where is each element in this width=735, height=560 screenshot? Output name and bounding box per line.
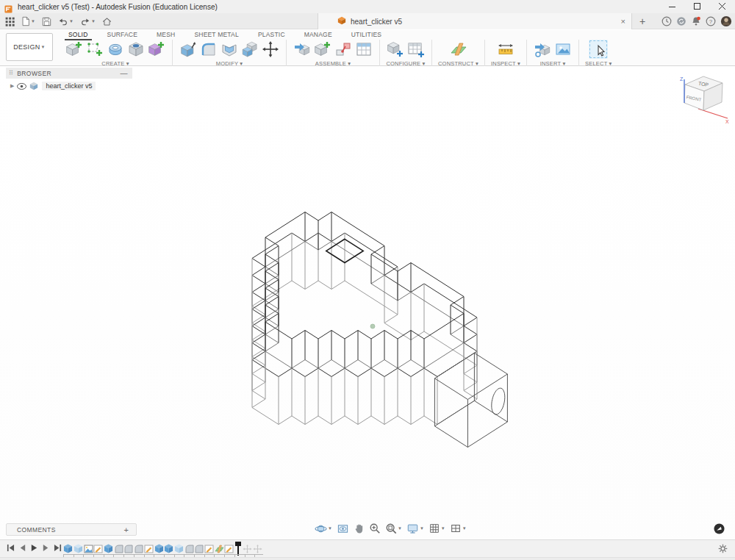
ribbon-tab-manage[interactable]: MANAGE (295, 30, 342, 40)
chevron-down-icon: ▼ (91, 19, 96, 24)
workspace-selector[interactable]: DESIGN ▼ (6, 33, 53, 61)
redo-icon[interactable]: ▼ (78, 15, 98, 28)
timeline-feature-sketch[interactable] (224, 542, 234, 555)
sync-status-icon[interactable] (676, 16, 686, 26)
maximize-button[interactable] (685, 0, 710, 13)
new-component-button[interactable] (65, 40, 84, 59)
joint-button[interactable] (334, 40, 353, 59)
minimize-button[interactable] (660, 0, 685, 13)
viewport-canvas[interactable]: ⠿ BROWSER — ▶ heart_clicker v5 TOP FRONT… (0, 66, 735, 560)
insert-component-button[interactable] (293, 40, 312, 59)
timeline-feature-fillet[interactable] (184, 542, 194, 555)
ribbon-group-insert: INSERT ▾ (527, 40, 579, 66)
job-status-icon[interactable] (662, 16, 672, 26)
ribbon-group-assemble: ASSEMBLE ▾ (287, 40, 380, 66)
timeline-feature-sketch[interactable] (93, 542, 104, 555)
document-tab[interactable]: heart_clicker v5 × (318, 13, 632, 29)
configuration-button[interactable] (386, 40, 405, 59)
ribbon-tab-surface[interactable]: SURFACE (98, 30, 148, 40)
assistant-icon[interactable] (714, 523, 725, 537)
bom-button[interactable] (354, 40, 373, 59)
timeline-feature-construction-plane[interactable] (214, 542, 224, 555)
canvas-button[interactable] (553, 40, 573, 59)
timeline-feature-canvas[interactable] (83, 542, 93, 555)
timeline-feature-extrude[interactable] (164, 542, 174, 555)
browser-header[interactable]: ⠿ BROWSER — (6, 68, 132, 79)
fillet-button[interactable] (199, 40, 218, 59)
browser-item-label[interactable]: heart_clicker v5 (42, 82, 96, 90)
visibility-eye-icon[interactable] (17, 83, 26, 90)
timeline-bar (0, 539, 735, 557)
ribbon-groups: CREATE ▾MODIFY ▾ASSEMBLE ▾CONFIGURE ▾CON… (59, 40, 618, 66)
new-component-button[interactable] (313, 40, 332, 59)
skip-to-end-button[interactable] (53, 543, 62, 553)
home-icon[interactable] (100, 15, 114, 28)
close-button[interactable] (710, 0, 735, 13)
view-cube[interactable]: TOP FRONT Z X (673, 72, 731, 132)
combine-button[interactable] (240, 40, 259, 59)
timeline-feature-fillet[interactable] (134, 542, 144, 555)
ribbon-tab-solid[interactable]: SOLID (59, 30, 98, 40)
move-button[interactable] (261, 40, 280, 59)
timeline-feature-sketch[interactable] (144, 542, 154, 555)
timeline-feature-extrude-light[interactable] (74, 542, 84, 555)
construction-plane-button[interactable] (449, 40, 468, 59)
skip-to-start-button[interactable] (6, 543, 15, 553)
pan-button[interactable] (352, 522, 366, 535)
timeline-feature-extrude[interactable] (154, 542, 164, 555)
display-settings-button[interactable]: ▼ (405, 522, 426, 535)
step-forward-button[interactable] (41, 543, 50, 553)
chevron-right-icon[interactable]: ▶ (10, 83, 14, 89)
timeline-feature-move-rolled-back[interactable] (243, 542, 253, 555)
comments-label: COMMENTS (17, 526, 124, 534)
add-comment-button[interactable]: + (124, 525, 129, 534)
close-tab-icon[interactable]: × (621, 17, 625, 26)
origin-point[interactable] (370, 324, 375, 329)
measure-button[interactable] (496, 40, 515, 59)
fit-button[interactable]: ▼ (384, 522, 404, 535)
orbit-button[interactable]: ▼ (313, 522, 334, 536)
revolve-button[interactable] (106, 40, 125, 59)
notification-bell-icon[interactable] (691, 16, 701, 26)
viewcube-z-axis: Z (680, 76, 684, 82)
look-at-button[interactable] (335, 522, 351, 536)
avatar-icon[interactable] (720, 15, 732, 27)
viewports-button[interactable]: ▼ (448, 522, 468, 535)
timeline-feature-sketch[interactable] (204, 542, 215, 555)
undo-icon[interactable]: ▼ (56, 15, 76, 28)
play-button[interactable] (29, 543, 38, 553)
timeline-feature-extrude[interactable] (104, 542, 114, 555)
chevron-down-icon: ▼ (69, 19, 74, 24)
help-icon[interactable]: ? (706, 16, 716, 26)
timeline-settings-gear-icon[interactable] (718, 543, 728, 556)
new-tab-button[interactable]: + (634, 13, 651, 29)
insert-derive-button[interactable] (533, 40, 552, 59)
timeline-feature-fillet[interactable] (194, 542, 204, 555)
create-form-button[interactable] (147, 40, 166, 59)
grid-and-snaps-button[interactable]: ▼ (427, 522, 447, 535)
zoom-button[interactable] (368, 522, 382, 535)
shell-button[interactable] (220, 40, 239, 59)
timeline-feature-fillet[interactable] (113, 542, 123, 555)
timeline-feature-extrude-light[interactable] (174, 542, 184, 555)
ribbon-tab-sheet-metal[interactable]: SHEET METAL (184, 30, 248, 40)
create-sketch-button[interactable] (85, 40, 104, 59)
timeline-feature-fillet[interactable] (123, 542, 134, 555)
ribbon-tab-utilities[interactable]: UTILITIES (342, 30, 391, 40)
collapse-icon[interactable]: — (121, 69, 128, 77)
ribbon-tab-mesh[interactable]: MESH (147, 30, 184, 40)
browser-item-root[interactable]: ▶ heart_clicker v5 (6, 80, 132, 92)
timeline-feature-extrude[interactable] (63, 542, 74, 555)
file-icon[interactable]: ▼ (19, 15, 37, 28)
configuration-table-button[interactable] (406, 40, 426, 59)
drag-handle-icon: ⠿ (9, 70, 13, 76)
timeline-feature-move-rolled-back[interactable] (252, 542, 262, 555)
press-pull-button[interactable] (179, 40, 198, 59)
hole-button[interactable] (126, 40, 146, 59)
app-grid-icon[interactable] (3, 15, 17, 28)
ribbon-tab-plastic[interactable]: PLASTIC (248, 30, 295, 40)
select-button[interactable] (589, 40, 608, 59)
comments-bar[interactable]: COMMENTS + (6, 523, 137, 536)
step-back-button[interactable] (18, 543, 26, 553)
save-icon[interactable] (40, 15, 54, 28)
